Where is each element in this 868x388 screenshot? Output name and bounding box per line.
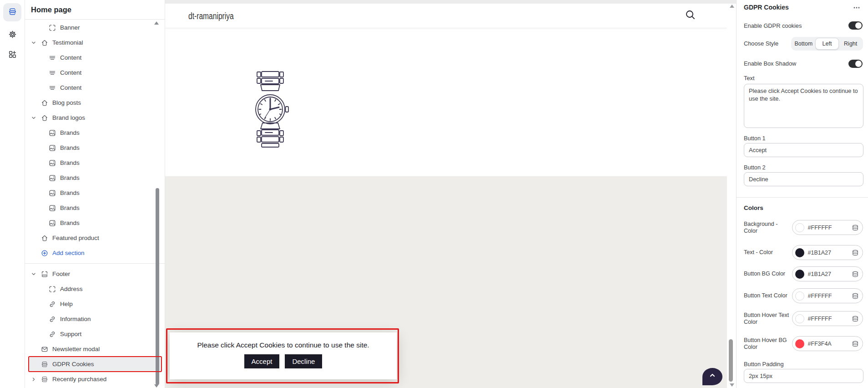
button-padding-input[interactable] bbox=[744, 369, 863, 383]
sidebar-item-help[interactable]: Help bbox=[25, 296, 165, 311]
search-icon[interactable] bbox=[685, 9, 698, 23]
color-picker-input[interactable]: #1B1A27 bbox=[792, 245, 863, 260]
theme-colors-icon[interactable] bbox=[852, 340, 859, 347]
sidebar-item-label: Add section bbox=[52, 250, 85, 256]
sidebar-item-brands[interactable]: Brands bbox=[25, 200, 165, 215]
theme-colors-icon[interactable] bbox=[852, 224, 859, 231]
section-rows-icon bbox=[41, 376, 48, 383]
color-picker-input[interactable]: #1B1A27 bbox=[792, 266, 863, 281]
color-label: Button Hover BG Color bbox=[744, 337, 792, 351]
color-picker-input[interactable]: #FFFFFF bbox=[792, 288, 863, 303]
button-padding-label: Button Padding bbox=[744, 361, 784, 368]
theme-colors-icon[interactable] bbox=[852, 271, 859, 278]
sidebar-item-brands[interactable]: Brands bbox=[25, 125, 165, 140]
sidebar-item-label: Brands bbox=[60, 204, 80, 211]
sidebar-item-label: Address bbox=[60, 286, 83, 292]
preview-scroll-down-icon[interactable] bbox=[730, 383, 734, 387]
more-options-icon[interactable] bbox=[853, 4, 862, 12]
sidebar-item-support[interactable]: Support bbox=[25, 327, 165, 342]
preview-scrollbar[interactable] bbox=[729, 339, 733, 382]
theme-colors-icon[interactable] bbox=[852, 315, 859, 322]
color-swatch bbox=[795, 291, 804, 301]
color-picker-input[interactable]: #FFFFFF bbox=[792, 220, 863, 235]
color-picker-input[interactable]: #FF3F4A bbox=[792, 336, 863, 351]
link-icon bbox=[49, 301, 56, 308]
choose-style-label: Choose Style bbox=[744, 40, 778, 47]
color-hex-value: #FFFFFF bbox=[808, 316, 832, 322]
sidebar-item-gdpr-cookies[interactable]: GDPR Cookies bbox=[25, 357, 165, 372]
style-option-left[interactable]: Left bbox=[815, 38, 839, 50]
sidebar-item-testimonial[interactable]: Testimonial bbox=[25, 35, 165, 50]
add-blocks-button[interactable] bbox=[3, 46, 21, 64]
sidebar-item-label: Brands bbox=[60, 220, 80, 226]
color-hex-value: #1B1A27 bbox=[808, 250, 831, 256]
color-setting-button-bg-color: Button BG Color#1B1A27 bbox=[744, 266, 863, 281]
sidebar-item-brands[interactable]: Brands bbox=[25, 185, 165, 200]
box-shadow-label: Enable Box Shadow bbox=[744, 60, 796, 67]
sidebar-item-add-section[interactable]: Add section bbox=[25, 245, 165, 260]
color-label: Button Hover Text Color bbox=[744, 312, 792, 326]
enable-gdpr-toggle[interactable] bbox=[848, 21, 863, 30]
sidebar-item-label: Content bbox=[60, 54, 81, 61]
box-shadow-toggle[interactable] bbox=[848, 60, 863, 68]
sidebar-item-content[interactable]: Content bbox=[25, 50, 165, 65]
sidebar-item-brands[interactable]: Brands bbox=[25, 155, 165, 170]
scroll-to-top-button[interactable] bbox=[702, 368, 722, 385]
chevron-right-icon[interactable] bbox=[30, 376, 38, 383]
chevron-down-icon[interactable] bbox=[30, 271, 38, 278]
sidebar-item-information[interactable]: Information bbox=[25, 311, 165, 327]
sidebar-scroll-down-icon[interactable] bbox=[154, 384, 159, 388]
sidebar-divider bbox=[25, 263, 165, 264]
sections-tree: BannerTestimonialContentContentContentBl… bbox=[25, 20, 165, 388]
sidebar-item-content[interactable]: Content bbox=[25, 80, 165, 95]
site-logo[interactable]: dt-ramanipriya bbox=[188, 11, 234, 21]
gdpr-cookie-banner: Please click Accept Cookies to continue … bbox=[170, 332, 397, 379]
preview-page: dt-ramanipriya bbox=[165, 4, 727, 388]
sidebar-item-banner[interactable]: Banner bbox=[25, 20, 165, 35]
sidebar-item-brands[interactable]: Brands bbox=[25, 140, 165, 155]
style-option-bottom[interactable]: Bottom bbox=[792, 38, 815, 50]
gear-icon bbox=[8, 30, 17, 41]
accept-cookies-button[interactable]: Accept bbox=[244, 354, 280, 368]
sidebar-scrollbar[interactable] bbox=[156, 188, 159, 385]
style-option-right[interactable]: Right bbox=[839, 38, 862, 50]
theme-colors-icon[interactable] bbox=[852, 249, 859, 256]
decline-cookies-button[interactable]: Decline bbox=[285, 354, 322, 368]
chevron-down-icon[interactable] bbox=[30, 114, 38, 122]
theme-settings-button[interactable] bbox=[3, 26, 21, 44]
sidebar-item-brand-logos[interactable]: Brand logos bbox=[25, 110, 165, 125]
site-header: dt-ramanipriya bbox=[165, 4, 727, 28]
sidebar-item-brands[interactable]: Brands bbox=[25, 215, 165, 230]
colors-heading: Colors bbox=[744, 204, 763, 211]
preview-scroll-up-icon[interactable] bbox=[730, 5, 734, 8]
page-title: Home page bbox=[25, 5, 71, 14]
sidebar-scroll-up-icon[interactable] bbox=[154, 21, 159, 25]
sidebar-item-label: Recently purchased bbox=[52, 376, 106, 383]
sidebar-item-content[interactable]: Content bbox=[25, 65, 165, 80]
cookie-text-input[interactable]: Please click Accept Cookies to continue … bbox=[744, 84, 863, 128]
color-label: Button BG Color bbox=[744, 271, 792, 277]
chevron-down-icon[interactable] bbox=[30, 39, 38, 46]
button2-input[interactable] bbox=[744, 172, 863, 186]
button1-label: Button 1 bbox=[744, 135, 766, 142]
sidebar-item-label: Content bbox=[60, 84, 81, 91]
sidebar-item-address[interactable]: Address bbox=[25, 281, 165, 296]
image-icon bbox=[49, 189, 56, 197]
sidebar-item-label: Brands bbox=[60, 159, 80, 166]
section-home-icon bbox=[41, 235, 48, 242]
sidebar-item-label: Footer bbox=[52, 271, 70, 277]
sidebar-item-recently-purchased[interactable]: Recently purchased bbox=[25, 372, 165, 387]
sidebar-item-brands[interactable]: Brands bbox=[25, 170, 165, 185]
sidebar-item-newsletter-modal[interactable]: Newsletter modal bbox=[25, 342, 165, 357]
theme-editor: Home page BannerTestimonialContentConten… bbox=[0, 0, 868, 388]
color-picker-input[interactable]: #FFFFFF bbox=[792, 311, 863, 326]
enable-gdpr-label: Enable GDPR cookies bbox=[744, 22, 802, 30]
theme-colors-icon[interactable] bbox=[852, 292, 859, 300]
section-rows-icon bbox=[41, 361, 48, 368]
button1-input[interactable] bbox=[744, 143, 863, 157]
sidebar-item-blog-posts[interactable]: Blog posts bbox=[25, 95, 165, 110]
sidebar-item-featured-product[interactable]: Featured product bbox=[25, 230, 165, 245]
color-hex-value: #FFFFFF bbox=[808, 225, 832, 231]
sections-tab-button[interactable] bbox=[3, 3, 21, 21]
sidebar-item-footer[interactable]: Footer bbox=[25, 266, 165, 281]
